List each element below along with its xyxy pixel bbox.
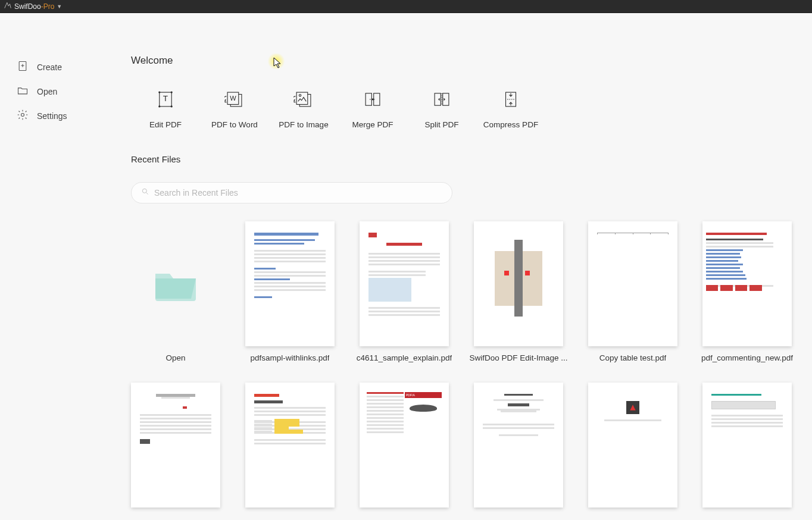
compress-pdf-icon [501, 89, 521, 112]
action-edit-pdf[interactable]: T Edit PDF [131, 89, 200, 129]
app-name-suffix: -Pro [41, 2, 55, 11]
sidebar: Create Open Settings [0, 13, 119, 520]
action-pdf-to-word[interactable]: W PDF to Word [200, 89, 269, 129]
recent-files-title: Recent Files [131, 154, 794, 164]
svg-rect-16 [435, 93, 441, 105]
sidebar-item-label: Settings [37, 111, 67, 121]
file-thumbnail [474, 383, 563, 508]
edit-pdf-icon: T [155, 89, 176, 112]
file-thumbnail [588, 221, 677, 346]
app-name: SwifDoo [14, 2, 41, 11]
recent-search-box[interactable] [131, 182, 452, 203]
file-thumbnail [131, 383, 220, 508]
recent-files-grid: Open pdfsampl-withlinks.pdf c4611_sample… [131, 221, 794, 508]
svg-point-7 [171, 106, 172, 107]
action-split-pdf[interactable]: Split PDF [407, 89, 476, 129]
file-thumbnail [474, 221, 563, 346]
sidebar-item-label: Open [37, 87, 57, 96]
sidebar-item-label: Create [37, 62, 62, 72]
recent-file-tile[interactable]: c4611_sample_explain.pdf [360, 221, 449, 362]
action-label: PDF to Word [211, 120, 258, 129]
file-thumbnail [245, 221, 335, 346]
file-thumbnail: PDF/A [360, 383, 449, 508]
recent-file-tile[interactable]: pdf_commenting_new.pdf [702, 221, 792, 362]
file-thumbnail [360, 221, 449, 346]
svg-rect-12 [296, 92, 308, 104]
gear-icon [17, 109, 37, 123]
main-content: Welcome T Edit PDF W PDF to Word PDF to … [119, 13, 812, 520]
file-thumbnail [245, 383, 335, 508]
action-pdf-to-image[interactable]: PDF to Image [269, 89, 338, 129]
pdf-to-word-icon: W [224, 89, 245, 112]
file-thumbnail [588, 383, 677, 508]
folder-open-icon [17, 84, 37, 98]
folder-icon [152, 263, 199, 305]
welcome-title: Welcome [131, 55, 794, 67]
action-label: Merge PDF [352, 120, 393, 129]
search-icon [141, 187, 154, 198]
split-pdf-icon [432, 89, 452, 112]
recent-file-tile[interactable] [245, 383, 335, 508]
action-label: Edit PDF [149, 120, 182, 129]
svg-rect-17 [443, 93, 449, 105]
recent-open-tile[interactable]: Open [131, 221, 220, 362]
svg-rect-14 [366, 93, 371, 105]
create-icon [17, 60, 37, 74]
svg-point-1 [21, 114, 24, 117]
tile-label: c4611_sample_explain.pdf [357, 353, 452, 362]
sidebar-item-settings[interactable]: Settings [0, 104, 119, 128]
app-logo-icon [4, 1, 12, 11]
merge-pdf-icon [363, 89, 383, 112]
titlebar-dropdown-caret[interactable]: ▼ [57, 4, 62, 10]
action-label: Split PDF [424, 120, 458, 129]
svg-point-6 [159, 106, 160, 107]
action-compress-pdf[interactable]: Compress PDF [476, 89, 545, 129]
sidebar-item-create[interactable]: Create [0, 55, 119, 79]
recent-search-input[interactable] [154, 188, 442, 198]
tile-label: SwifDoo PDF Edit-Image ... [469, 353, 567, 362]
tile-label: Open [165, 353, 185, 362]
svg-text:W: W [230, 95, 236, 102]
file-thumbnail [702, 383, 792, 508]
svg-point-5 [171, 92, 172, 93]
recent-file-tile[interactable]: PDF/A [360, 383, 449, 508]
action-label: PDF to Image [279, 120, 328, 129]
file-thumbnail [702, 221, 792, 346]
action-merge-pdf[interactable]: Merge PDF [338, 89, 407, 129]
recent-file-tile[interactable] [131, 383, 220, 508]
pdf-to-image-icon [293, 89, 314, 112]
recent-file-tile[interactable] [474, 383, 563, 508]
svg-point-4 [159, 92, 160, 93]
svg-point-19 [142, 189, 146, 193]
quick-actions-row: T Edit PDF W PDF to Word PDF to Image [131, 89, 794, 129]
sidebar-item-open[interactable]: Open [0, 79, 119, 104]
recent-file-tile[interactable] [588, 383, 677, 508]
tile-label: pdf_commenting_new.pdf [701, 353, 793, 362]
recent-file-tile[interactable] [702, 383, 792, 508]
svg-text:T: T [163, 94, 168, 103]
recent-file-tile[interactable]: SwifDoo PDF Edit-Image ... [474, 221, 563, 362]
action-label: Compress PDF [483, 120, 538, 129]
recent-file-tile[interactable]: Copy table test.pdf [588, 221, 677, 362]
tile-label: pdfsampl-withlinks.pdf [251, 353, 330, 362]
recent-file-tile[interactable]: pdfsampl-withlinks.pdf [245, 221, 335, 362]
tile-label: Copy table test.pdf [599, 353, 667, 362]
window-titlebar: SwifDoo-Pro ▼ [0, 0, 812, 13]
